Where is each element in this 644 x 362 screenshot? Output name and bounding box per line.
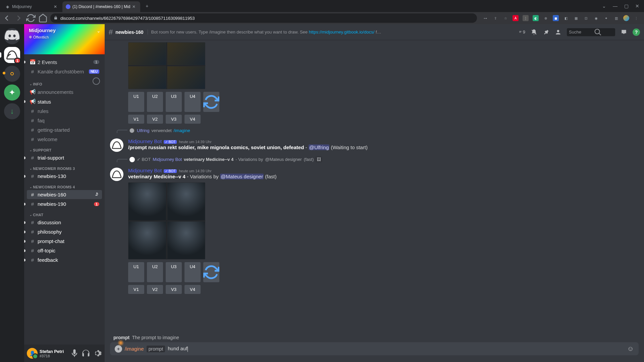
members-icon[interactable]	[555, 29, 561, 36]
autocomplete-hint[interactable]: prompt The prompt to imagine	[110, 333, 639, 342]
minimize-icon[interactable]: —	[613, 3, 618, 9]
channel-philosophy[interactable]: #philosophy	[27, 227, 102, 236]
u2-button[interactable]: U2	[147, 262, 163, 282]
ext-icon[interactable]: ⊕	[543, 15, 549, 21]
message-author[interactable]: Midjourney Bot	[128, 168, 162, 173]
channel-getting-started[interactable]: #getting-started	[27, 125, 102, 134]
reload-button[interactable]	[26, 13, 36, 23]
reroll-button[interactable]	[203, 262, 219, 282]
channel-off-topic[interactable]: #off-topic	[27, 246, 102, 255]
v1-button[interactable]: V1	[128, 115, 144, 124]
channel-newbies-160[interactable]: #newbies-160	[27, 190, 102, 199]
u4-button[interactable]: U4	[184, 92, 201, 112]
chevron-down-icon[interactable]: ⌄	[602, 3, 606, 9]
u4-button[interactable]: U4	[184, 262, 201, 282]
mute-mic-button[interactable]	[70, 349, 79, 358]
message-composer[interactable]: + /imagine prompt hund auf ☺	[110, 342, 639, 355]
category-newcomer-3[interactable]: ⌄NEWCOMER ROOMS 3	[24, 163, 105, 171]
camera-ext-icon[interactable]: ◉	[593, 15, 599, 21]
discord-home-button[interactable]	[4, 28, 20, 44]
bot-avatar-icon[interactable]	[110, 168, 123, 181]
category-support[interactable]: ⌄SUPPORT	[24, 144, 105, 153]
command-link[interactable]: /imagine	[174, 128, 190, 133]
puzzle-ext-icon[interactable]: ✦	[603, 15, 609, 21]
category-chat[interactable]: ⌄CHAT	[24, 209, 105, 218]
ext-icon[interactable]: ▦	[573, 15, 579, 21]
ext-icon[interactable]: ◧	[563, 15, 569, 21]
inbox-icon[interactable]	[621, 29, 627, 36]
channel-newbies-190[interactable]: #newbies-1901	[27, 199, 102, 208]
channel-discussion[interactable]: #discussion	[27, 218, 102, 227]
server-header[interactable]: Midjourney ⊕Öffentlich ⌄	[24, 24, 105, 54]
user-name-block[interactable]: Stefan Petri #3718	[40, 349, 68, 358]
channel-trial-support[interactable]: #trial-support	[27, 153, 102, 162]
menu-icon[interactable]: ⋮	[633, 15, 639, 21]
user-mention[interactable]: @Mateus designer	[220, 174, 264, 179]
channel-welcome[interactable]: #welcome	[27, 135, 102, 144]
u1-button[interactable]: U1	[128, 262, 144, 282]
close-window-icon[interactable]: ✕	[635, 3, 639, 9]
close-icon[interactable]: ✕	[54, 4, 58, 9]
reply-context[interactable]: ✓ BOT Midjourney Bot veterinary Medicine…	[128, 157, 639, 162]
abp-ext-icon[interactable]: A	[513, 15, 519, 21]
panel-icon[interactable]: ▥	[613, 15, 619, 21]
events-row[interactable]: 📅 2 Events 1	[27, 57, 102, 67]
channel-status[interactable]: 📢status	[27, 97, 102, 106]
v4-button[interactable]: V4	[184, 115, 201, 124]
profile-avatar-icon[interactable]	[623, 15, 629, 21]
reply-context[interactable]: ⬤ Ulfring verwendet /imagine	[128, 128, 639, 133]
message-author[interactable]: Midjourney Bot	[128, 138, 162, 144]
v1-button[interactable]: V1	[128, 285, 144, 294]
server-item[interactable]: ✦	[4, 84, 20, 101]
notification-icon[interactable]	[531, 29, 537, 36]
pin-icon[interactable]	[543, 29, 549, 36]
close-icon[interactable]: ✕	[132, 4, 137, 9]
browse-channels-row[interactable]: # Kanäle durchstöbern NEU	[27, 67, 102, 76]
bot-avatar-icon[interactable]	[110, 138, 123, 152]
v3-button[interactable]: V3	[166, 285, 182, 294]
user-mention[interactable]: @Mateus designer	[265, 157, 302, 162]
add-user-icon[interactable]	[95, 192, 99, 197]
category-newcomer-4[interactable]: ⌄NEWCOMER ROOMS 4	[24, 181, 105, 190]
v3-button[interactable]: V3	[166, 115, 182, 124]
generated-image-grid[interactable]	[128, 42, 205, 89]
address-bar[interactable]: discord.com/channels/662267976984297473/…	[50, 13, 477, 23]
tab-discord[interactable]: (1) Discord | #newbies-160 | Mid ✕	[62, 1, 140, 12]
threads-icon[interactable]: 9	[519, 29, 525, 36]
emoji-picker-button[interactable]: ☺	[627, 345, 634, 353]
channel-feedback[interactable]: #feedback	[27, 255, 102, 264]
docs-link[interactable]: https://midjourney.gitbook.io/docs/	[309, 29, 375, 35]
u1-button[interactable]: U1	[128, 92, 144, 112]
deafen-button[interactable]	[81, 349, 91, 358]
u3-button[interactable]: U3	[166, 262, 182, 282]
user-avatar[interactable]: 👤	[27, 348, 38, 359]
tab-midjourney[interactable]: ◈ Midjourney ✕	[1, 1, 62, 12]
ext-icon[interactable]: ⊡	[583, 15, 589, 21]
generated-image-grid[interactable]	[128, 182, 205, 259]
key-icon[interactable]: ⊶	[482, 15, 488, 21]
back-button[interactable]	[2, 13, 11, 23]
new-tab-button[interactable]: +	[142, 1, 152, 11]
v2-button[interactable]: V2	[147, 115, 163, 124]
settings-button[interactable]	[93, 349, 102, 358]
channel-faq[interactable]: #faq	[27, 116, 102, 125]
v2-button[interactable]: V2	[147, 285, 163, 294]
channel-announcements[interactable]: 📢announcements	[27, 87, 102, 97]
star-icon[interactable]: ☆	[502, 15, 508, 21]
reroll-button[interactable]	[203, 92, 219, 112]
v4-button[interactable]: V4	[184, 285, 201, 294]
channel-newbies-130[interactable]: #newbies-130	[27, 172, 102, 181]
u3-button[interactable]: U3	[166, 92, 182, 112]
download-apps-button[interactable]: ↓	[4, 103, 20, 119]
home-button[interactable]	[38, 13, 48, 23]
chevron-down-icon[interactable]: ⌄	[97, 28, 101, 34]
forward-button[interactable]	[14, 13, 23, 23]
server-item[interactable]	[4, 66, 20, 82]
search-input[interactable]: Suche	[567, 28, 615, 36]
channel-prompt-chat[interactable]: #prompt-chat	[27, 237, 102, 246]
ext-icon[interactable]: ⋮	[523, 15, 529, 21]
u2-button[interactable]: U2	[147, 92, 163, 112]
server-midjourney[interactable]: 1	[4, 47, 20, 63]
channel-rules[interactable]: #rules	[27, 107, 102, 116]
share-icon[interactable]: ⇪	[492, 15, 498, 21]
